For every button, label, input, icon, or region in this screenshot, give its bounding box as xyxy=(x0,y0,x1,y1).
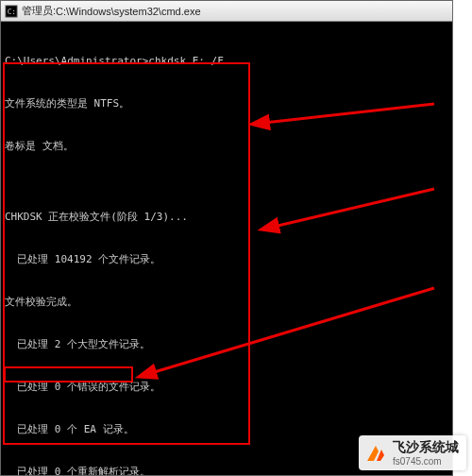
cmd-window: C: 管理员: C:\Windows\system32\cmd.exe C:\U… xyxy=(0,0,453,476)
watermark-site: fs0745.com xyxy=(393,456,459,467)
output-line: 已处理 104192 个文件记录。 xyxy=(5,252,448,266)
console-area[interactable]: C:\Users\Administrator>chkdsk E: /F 文件系统… xyxy=(1,22,452,475)
output-line: 已处理 2 个大型文件记录。 xyxy=(5,337,448,351)
svg-text:C:: C: xyxy=(8,7,16,15)
output-line: CHKDSK 正在校验文件(阶段 1/3)... xyxy=(5,210,448,224)
watermark: 飞沙系统城 fs0745.com xyxy=(359,435,466,470)
output-line: 已处理 0 个错误的文件记录。 xyxy=(5,380,448,394)
logo-icon xyxy=(364,442,387,465)
output-line: 卷标是 文档。 xyxy=(5,139,448,153)
watermark-name: 飞沙系统城 xyxy=(393,439,459,456)
cmd-icon: C: xyxy=(5,5,18,18)
output-line: 已处理 0 个 EA 记录。 xyxy=(5,422,448,436)
title-prefix: 管理员: xyxy=(22,4,56,18)
title-path: C:\Windows\system32\cmd.exe xyxy=(56,6,200,17)
titlebar[interactable]: C: 管理员: C:\Windows\system32\cmd.exe xyxy=(1,1,452,22)
prompt: C:\Users\Administrator> xyxy=(5,55,148,67)
command: chkdsk E: /F xyxy=(148,55,223,67)
output-line: 文件校验完成。 xyxy=(5,295,448,309)
output-line: 文件系统的类型是 NTFS。 xyxy=(5,96,448,110)
